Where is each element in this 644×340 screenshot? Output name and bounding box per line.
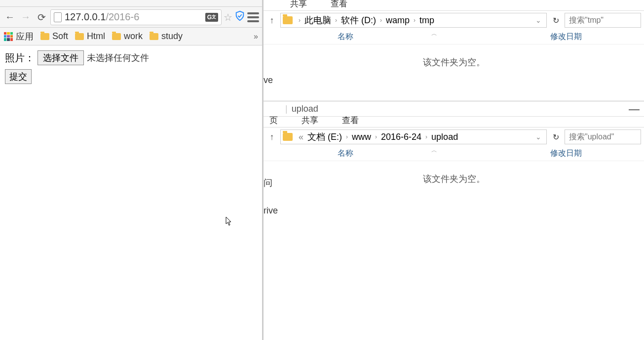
crumb-thispc[interactable]: 此电脑 [304,14,331,26]
search-input[interactable] [565,129,641,144]
browser-window: ← → ⟳ 127.0.0.1/2016-6 G文 ☆ 应用 Soft Html… [0,0,264,340]
tab-strip [0,0,262,7]
column-name-label: 名称 [338,149,353,157]
ribbon-tab-view[interactable]: 查看 [340,115,361,127]
column-name[interactable]: 名称 ︿ [264,148,550,159]
crumb-www[interactable]: www [352,132,371,142]
ribbon-tabs: 页 共享 查看 [264,117,644,128]
back-button[interactable]: ← [3,10,17,24]
column-date[interactable]: 修改日期 [550,148,644,159]
submit-button[interactable]: 提交 [5,69,32,84]
minimize-button[interactable]: — [624,103,644,116]
crumb-upload[interactable]: upload [431,132,458,142]
apps-icon [4,32,13,41]
crumb-wamp[interactable]: wamp [386,15,410,26]
folder-icon [112,33,121,40]
breadcrumb-bar[interactable]: « 文档 (E:) › www › 2016-6-24 › upload ⌄ [280,129,547,144]
column-headers: 名称 ︿ 修改日期 [264,146,644,161]
shield-icon[interactable] [234,10,245,25]
empty-folder-message: 该文件夹为空。 [264,161,644,185]
ribbon-tabs: 共享 查看 [264,0,644,11]
bookmark-html[interactable]: Html [75,31,105,42]
apps-button[interactable]: 应用 [4,31,34,42]
folder-icon [283,133,293,141]
crumb-tmp[interactable]: tmp [419,15,434,26]
bookmark-star-icon[interactable]: ☆ [224,11,232,23]
chevron-down-icon[interactable]: ⌄ [532,133,544,141]
nav-row: ↑ « 文档 (E:) › www › 2016-6-24 › upload ⌄… [264,128,644,146]
crumb-overflow[interactable]: « [296,132,306,142]
file-row: 照片： 选择文件 未选择任何文件 [5,50,257,65]
empty-folder-message: 该文件夹为空。 [264,44,644,68]
folder-icon [75,33,84,40]
bookmark-label: work [124,31,143,42]
sidebar-fragment: ve [264,75,273,85]
window-title: upload [292,104,318,114]
bookmark-soft[interactable]: Soft [40,31,68,42]
breadcrumb-bar[interactable]: › 此电脑 › 软件 (D:) › wamp › tmp ⌄ [280,13,547,28]
explorer-window-upload: | upload — 页 共享 查看 ↑ « 文档 (E:) › www › 2… [264,102,644,340]
sidebar-fragment: 问 [264,177,272,189]
page-content: 照片： 选择文件 未选择任何文件 提交 [0,45,262,89]
address-bar[interactable]: 127.0.0.1/2016-6 G文 [50,9,222,25]
menu-icon[interactable] [247,12,259,22]
crumb-drive-d[interactable]: 软件 (D:) [341,14,376,26]
browser-toolbar: ← → ⟳ 127.0.0.1/2016-6 G文 ☆ [0,7,262,28]
bookmark-label: Soft [52,31,68,42]
up-button[interactable]: ↑ [266,15,277,26]
folder-icon [283,16,293,24]
chevron-right-icon[interactable]: › [296,17,303,24]
forward-button[interactable]: → [19,10,33,24]
no-file-label: 未选择任何文件 [87,52,149,64]
chevron-right-icon[interactable]: › [411,17,418,24]
apps-label: 应用 [16,31,34,42]
ribbon-tab-share[interactable]: 共享 [288,0,309,10]
sort-indicator-icon: ︿ [431,146,437,155]
title-bar: | upload — [264,102,644,117]
folder-icon [40,33,49,40]
nav-row: ↑ › 此电脑 › 软件 (D:) › wamp › tmp ⌄ ↻ [264,11,644,30]
sidebar-fragment: rive [264,206,278,216]
ribbon-tab-home[interactable]: 页 [267,115,280,127]
folder-icon [150,33,158,40]
column-headers: 名称 ︿ 修改日期 [264,30,644,44]
chevron-right-icon[interactable]: › [343,133,351,140]
chevron-right-icon[interactable]: › [422,133,430,140]
page-icon [54,12,62,22]
bookmark-label: study [161,31,183,42]
ribbon-tab-view[interactable]: 查看 [329,0,349,10]
refresh-button[interactable]: ↻ [550,132,562,142]
photo-label: 照片： [5,51,35,65]
column-date[interactable]: 修改日期 [550,32,644,42]
bookmark-study[interactable]: study [150,31,183,42]
chevron-right-icon[interactable]: › [372,133,380,140]
explorer-window-tmp: 共享 查看 ↑ › 此电脑 › 软件 (D:) › wamp › tmp ⌄ ↻… [264,0,644,101]
chevron-down-icon[interactable]: ⌄ [532,16,544,24]
search-input[interactable] [565,13,641,28]
crumb-drive-e[interactable]: 文档 (E:) [307,131,342,143]
column-name[interactable]: 名称 ︿ [264,32,550,42]
bookmarks-overflow[interactable]: » [254,32,258,41]
chevron-right-icon[interactable]: › [332,17,340,24]
refresh-button[interactable]: ↻ [550,16,562,25]
choose-file-button[interactable]: 选择文件 [38,50,84,65]
bookmark-work[interactable]: work [112,31,143,42]
ribbon-tab-share[interactable]: 共享 [300,115,320,127]
sort-indicator-icon: ︿ [431,30,437,38]
translate-icon[interactable]: G文 [205,13,218,22]
reload-button[interactable]: ⟳ [35,10,48,24]
bookmark-label: Html [87,31,105,42]
crumb-date[interactable]: 2016-6-24 [381,132,421,142]
bookmarks-bar: 应用 Soft Html work study » [0,28,262,45]
url-text: 127.0.0.1/2016-6 [65,11,202,23]
up-button[interactable]: ↑ [266,132,277,142]
chevron-right-icon[interactable]: › [377,17,385,24]
column-name-label: 名称 [338,32,353,41]
separator: | [285,104,288,114]
